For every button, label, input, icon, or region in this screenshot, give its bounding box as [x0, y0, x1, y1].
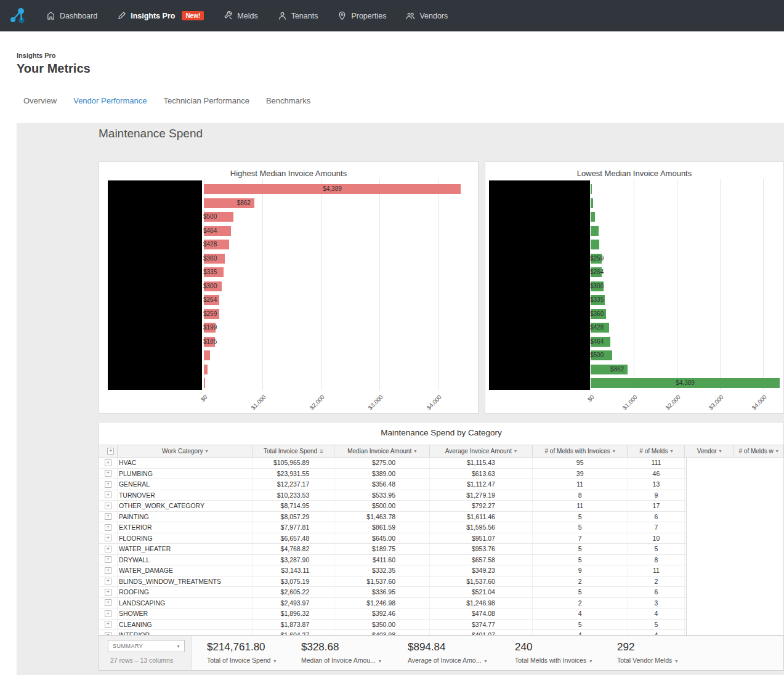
redacted-category-labels [489, 180, 590, 390]
melds-count-cell: 8 [628, 555, 685, 565]
bar-value-label: $300 [203, 281, 217, 291]
table-row: +OTHER_WORK_CATEGORY$8,714.95$500.00$792… [99, 501, 783, 512]
table-row: +HVAC$105,965.89$275.00$1,115.4395111 [99, 458, 783, 469]
bar-value-label: $264 [590, 267, 604, 277]
tab-technician-performance[interactable]: Technician Performance [163, 96, 249, 105]
table-row: +FLOORING$6,657.48$645.00$951.07710 [99, 533, 783, 544]
bar[interactable] [204, 378, 205, 388]
stat-label-dropdown[interactable]: Total Vendor Melds▾ [617, 657, 677, 664]
expander-cell: + [99, 608, 118, 619]
expander-cell: + [99, 565, 118, 576]
bar[interactable] [591, 198, 593, 208]
expand-icon[interactable]: + [105, 535, 111, 541]
column-header-expander[interactable]: + [99, 445, 118, 457]
people-icon [406, 11, 415, 20]
section-title: Maintenance Spend [99, 127, 203, 140]
bar[interactable] [591, 212, 595, 222]
expand-icon[interactable]: + [105, 578, 111, 584]
bar[interactable] [591, 226, 599, 236]
stat-label-dropdown[interactable]: Average of Invoice Amo...▾ [408, 657, 487, 664]
median-invoice-cell: $189.75 [334, 544, 430, 554]
column-header-of-melds-with-invoices[interactable]: # of Melds with Invoices▾ [533, 445, 628, 457]
chevron-down-icon: ▾ [484, 658, 487, 664]
nav-item-melds[interactable]: Melds [224, 11, 257, 20]
bar[interactable] [591, 184, 592, 194]
expand-icon[interactable]: + [105, 546, 111, 552]
expand-icon[interactable]: + [105, 632, 111, 635]
tab-overview[interactable]: Overview [23, 96, 57, 105]
chart-card-lowest-median: Lowest Median Invoice Amounts $0$1,000$2… [485, 161, 784, 414]
expand-icon[interactable]: + [105, 524, 111, 531]
chevron-down-icon: ▾ [206, 448, 208, 454]
column-header-work-category[interactable]: Work Category▾ [118, 445, 253, 457]
expand-icon[interactable]: + [105, 513, 111, 520]
stat-label-dropdown[interactable]: Median of Invoice Amou...▾ [301, 657, 381, 664]
tools-icon [224, 11, 233, 20]
nav-item-tenants[interactable]: Tenants [278, 11, 318, 20]
bar-value-label: $4,389 [591, 378, 780, 388]
expand-icon[interactable]: + [105, 481, 111, 488]
table-row: +LANDSCAPING$2,493.97$1,246.98$1,246.982… [99, 598, 783, 609]
melds-count-cell: 9 [628, 490, 685, 501]
work-category-cell: LANDSCAPING [118, 598, 253, 608]
total-invoice-spend-cell: $105,965.89 [253, 458, 334, 468]
column-header-median-invoice-amount[interactable]: Median Invoice Amount▾ [334, 445, 430, 457]
expand-icon[interactable]: + [105, 589, 111, 596]
average-invoice-cell: $349.23 [430, 565, 533, 576]
median-invoice-cell: $861.59 [334, 522, 430, 533]
stat-label-dropdown[interactable]: Total Melds with Invoices▾ [515, 657, 592, 664]
nav-item-vendors[interactable]: Vendors [406, 11, 448, 20]
column-header-of-melds-w[interactable]: # of Melds w▾ [734, 445, 783, 457]
average-invoice-cell: $401.07 [430, 630, 533, 635]
column-header-label: Median Invoice Amount [347, 448, 411, 455]
average-invoice-cell: $792.27 [430, 501, 533, 511]
nav-item-dashboard[interactable]: Dashboard [46, 11, 97, 20]
expand-icon[interactable]: + [105, 621, 111, 628]
gridline [634, 179, 634, 390]
average-invoice-cell: $1,595.56 [430, 522, 533, 533]
expand-icon[interactable]: + [105, 556, 111, 563]
average-invoice-cell: $1,112.47 [430, 479, 533, 490]
axis-tick-label: $0 [565, 394, 596, 424]
axis-tick-label: $1,000 [236, 394, 267, 424]
chevron-down-icon: ▾ [177, 644, 180, 649]
expander-cell: + [99, 458, 118, 468]
expand-icon[interactable]: + [105, 491, 111, 498]
stat-label-dropdown[interactable]: Total of Invoice Spend▾ [207, 657, 276, 664]
expand-icon[interactable]: + [105, 567, 111, 574]
tab-benchmarks[interactable]: Benchmarks [266, 96, 310, 105]
expander-cell: + [99, 576, 118, 587]
average-invoice-cell: $1,611.46 [430, 512, 533, 522]
median-invoice-cell: $389.00 [334, 469, 430, 479]
melds-count-cell: 6 [628, 587, 685, 597]
bar[interactable] [204, 365, 208, 374]
melds-count-cell: 13 [628, 479, 685, 490]
tab-vendor-performance[interactable]: Vendor Performance [73, 96, 147, 105]
expand-icon[interactable]: + [105, 599, 111, 606]
category-table-card: Maintenance Spend by Category +Work Cate… [99, 422, 784, 636]
nav-item-properties[interactable]: Properties [337, 11, 386, 20]
summary-selector-area: SUMMARY ▾ 27 rows – 13 columns [99, 636, 192, 670]
expand-icon[interactable]: + [105, 470, 111, 477]
nav-item-insights-pro[interactable]: Insights Pro New! [117, 11, 204, 20]
bar[interactable] [204, 350, 210, 360]
column-header-of-melds[interactable]: # of Melds▾ [628, 445, 685, 457]
column-header-label: Average Invoice Amount [445, 448, 512, 455]
bar-value-label: $199 [203, 323, 217, 333]
expand-icon[interactable]: + [105, 610, 111, 617]
bar[interactable] [591, 240, 599, 249]
average-invoice-cell: $953.76 [430, 544, 533, 554]
expand-icon[interactable]: + [107, 448, 114, 455]
column-header-average-invoice-amount[interactable]: Average Invoice Amount▾ [430, 445, 533, 457]
bar-value-label: $862 [204, 198, 251, 208]
expander-cell: + [99, 469, 118, 479]
summary-type-select[interactable]: SUMMARY ▾ [108, 640, 185, 652]
column-header-total-invoice-spend[interactable]: Total Invoice Spend≡ [253, 445, 335, 457]
melds-with-invoices-cell: 9 [533, 565, 628, 576]
expand-icon[interactable]: + [105, 503, 111, 509]
axis-tick-label: $2,000 [651, 394, 682, 424]
column-header-vendor[interactable]: Vendor▾ [685, 445, 734, 457]
app-logo-icon[interactable] [8, 7, 26, 25]
expand-icon[interactable]: + [105, 459, 111, 466]
melds-with-invoices-cell: 11 [533, 501, 628, 511]
